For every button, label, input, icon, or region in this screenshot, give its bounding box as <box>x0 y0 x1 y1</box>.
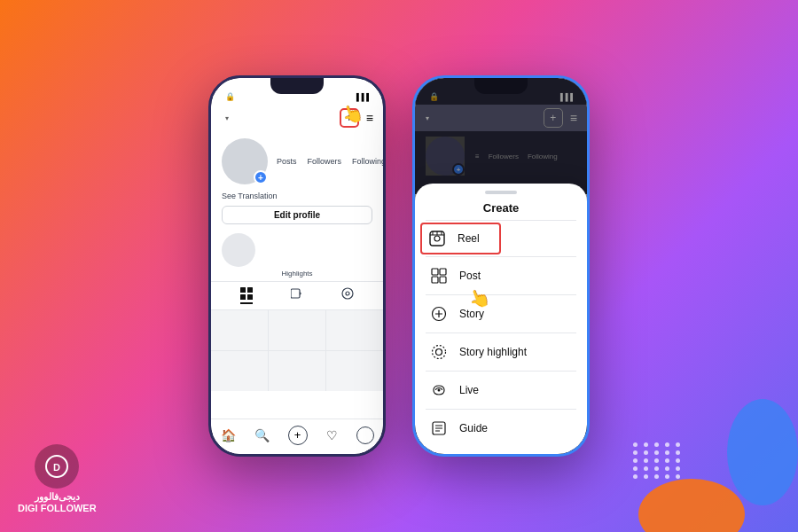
story-highlight-label: Story highlight <box>459 346 527 358</box>
left-nav-heart[interactable]: ♡ <box>326 428 338 442</box>
left-highlights-section: Highlights <box>211 228 383 281</box>
left-nav-profile[interactable] <box>356 426 374 444</box>
phones-container: 🔒 ▐▐▐ ▾ + ≡ <box>0 0 798 532</box>
create-menu-item-post[interactable]: Post <box>415 257 587 294</box>
svg-rect-6 <box>291 289 300 298</box>
create-menu-item-guide[interactable]: Guide <box>415 410 587 447</box>
svg-rect-2 <box>240 287 246 293</box>
left-avatar-plus[interactable]: + <box>254 170 268 184</box>
left-profile-section: + Posts Followers Following <box>211 131 383 190</box>
left-stat-following: Following <box>352 157 383 166</box>
live-icon <box>429 380 449 400</box>
left-tab-tag[interactable] <box>341 287 354 304</box>
reel-item-wrapper: Reel <box>415 221 587 256</box>
left-nav-add[interactable]: + <box>288 426 308 445</box>
left-edit-profile-btn[interactable]: Edit profile <box>222 206 372 224</box>
create-menu-item-reel[interactable]: Reel <box>415 221 587 256</box>
svg-rect-3 <box>247 287 253 293</box>
create-menu-item-story-highlight[interactable]: Story highlight <box>415 333 587 371</box>
create-menu-item-live[interactable]: Live <box>415 372 587 409</box>
post-cell-3 <box>326 310 383 350</box>
left-stat-posts: Posts <box>277 157 297 166</box>
left-header-left: ▾ <box>222 114 229 122</box>
post-cell-4 <box>211 351 268 391</box>
left-chevron-icon: ▾ <box>225 114 229 122</box>
create-menu-item-story[interactable]: Story <box>415 295 587 332</box>
left-profile-stats: Posts Followers Following <box>277 157 383 166</box>
right-phone-notch <box>474 78 528 94</box>
left-phone-notch <box>270 78 324 94</box>
svg-point-9 <box>346 292 349 295</box>
left-posts-grid <box>211 310 383 391</box>
svg-point-25 <box>438 388 441 391</box>
reel-icon <box>427 229 447 248</box>
svg-point-23 <box>433 345 446 358</box>
left-nav-search[interactable]: 🔍 <box>254 428 270 442</box>
post-icon <box>429 266 449 286</box>
left-tab-video[interactable] <box>291 287 303 304</box>
left-menu-icon[interactable]: ≡ <box>366 111 372 125</box>
reel-label: Reel <box>458 232 480 245</box>
left-tab-grid[interactable] <box>240 287 253 304</box>
svg-point-8 <box>342 288 353 299</box>
right-phone: 🔒 ▐▐▐ ▾ + ≡ + <box>412 75 590 457</box>
post-label: Post <box>459 270 481 282</box>
lock-icon-left: 🔒 <box>225 92 235 101</box>
left-nav-home[interactable]: 🏠 <box>221 428 236 442</box>
left-phone: 🔒 ▐▐▐ ▾ + ≡ <box>208 75 386 457</box>
left-highlight-circle <box>222 233 255 267</box>
post-cell-2 <box>269 310 325 350</box>
create-menu-overlay: Create <box>415 184 587 454</box>
left-phone-screen: 🔒 ▐▐▐ ▾ + ≡ <box>211 78 383 454</box>
left-bottom-nav: 🏠 🔍 + ♡ <box>211 419 383 454</box>
svg-rect-5 <box>247 294 253 300</box>
svg-rect-19 <box>440 277 446 283</box>
post-cell-5 <box>269 351 325 391</box>
svg-rect-17 <box>440 269 446 275</box>
left-avatar-wrapper: + <box>222 138 268 184</box>
left-see-translation: See Translation <box>211 190 383 202</box>
svg-point-24 <box>436 348 442 355</box>
left-following-label: Following <box>352 157 383 166</box>
create-menu-title: Create <box>415 194 587 220</box>
svg-point-11 <box>434 236 440 241</box>
guide-icon <box>429 419 449 438</box>
live-label: Live <box>459 384 479 396</box>
svg-marker-7 <box>300 292 301 295</box>
svg-rect-18 <box>432 277 438 283</box>
left-followers-label: Followers <box>308 157 342 166</box>
left-highlights-label: Highlights <box>222 270 372 278</box>
left-stat-followers: Followers <box>308 157 342 166</box>
post-cell-6 <box>326 351 383 391</box>
story-icon <box>429 304 449 324</box>
story-highlight-icon <box>429 342 449 362</box>
guide-label: Guide <box>459 422 488 434</box>
left-content-tabs <box>211 281 383 310</box>
svg-rect-4 <box>240 294 246 300</box>
post-cell-1 <box>211 310 268 350</box>
left-posts-label: Posts <box>277 157 297 166</box>
right-phone-screen: 🔒 ▐▐▐ ▾ + ≡ + <box>415 78 587 454</box>
svg-rect-16 <box>432 269 438 275</box>
